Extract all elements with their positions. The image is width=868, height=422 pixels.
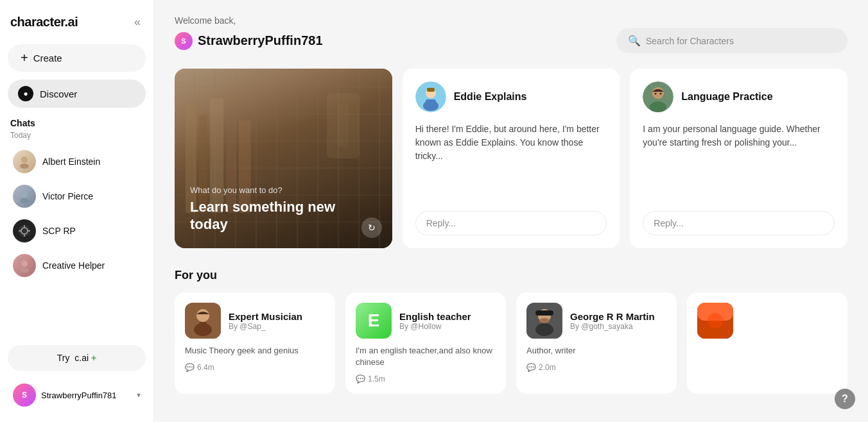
chat-name-creative-helper: Creative Helper	[42, 260, 105, 271]
chat-name-victor-pierce: Victor Pierce	[42, 191, 93, 201]
sidebar-item-creative-helper[interactable]: Creative Helper	[8, 249, 146, 282]
svg-point-38	[535, 323, 553, 336]
last-avatar-img	[697, 303, 733, 339]
sidebar-item-victor-pierce[interactable]: Victor Pierce	[8, 180, 146, 213]
svg-point-30	[660, 93, 662, 95]
ch-avatar-img	[17, 258, 31, 273]
sidebar-header: character.ai «	[8, 10, 146, 34]
card-name-musician: Expert Musician	[229, 311, 302, 322]
english-avatar-letter: E	[368, 310, 380, 331]
card-desc-musician: Music Theory geek and genius	[185, 345, 325, 357]
card-top-musician: Expert Musician By @Sap_	[185, 303, 325, 339]
greeting-avatar: S	[175, 32, 193, 50]
card-stats-english: 💬 1.5m	[356, 375, 496, 384]
refresh-button[interactable]: ↻	[361, 217, 382, 238]
card-by-english: By @Hollow	[399, 322, 471, 331]
card-expert-musician[interactable]: Expert Musician By @Sap_ Music Theory ge…	[175, 292, 335, 394]
lang-avatar-img	[643, 81, 673, 112]
svg-point-10	[21, 260, 28, 267]
einstein-avatar-img	[17, 155, 31, 169]
reply-input-lang[interactable]: Reply...	[643, 211, 835, 235]
chats-section-label: Chats	[8, 118, 146, 128]
sidebar-item-albert-einstein[interactable]: Albert Einstein	[8, 145, 146, 178]
greeting-name: StrawberryPuffin781	[198, 33, 323, 48]
avatar-expert-musician	[185, 303, 221, 339]
avatar-eddie-explains	[415, 81, 446, 112]
create-label: Create	[33, 53, 62, 63]
chat-card-language-practice[interactable]: Language Practice I am your personal lan…	[630, 69, 847, 248]
chat-name-albert-einstein: Albert Einstein	[42, 156, 100, 167]
search-placeholder: Search for Characters	[646, 36, 734, 46]
sidebar: character.ai « + Create ● Discover Chats…	[0, 0, 154, 422]
musician-avatar-img	[185, 303, 221, 339]
username-label: StrawberryPuffin781	[41, 391, 132, 400]
app-logo: character.ai	[10, 15, 78, 30]
today-label: Today	[8, 131, 146, 140]
chat-card-header-lang: Language Practice	[643, 81, 835, 112]
try-plus-button[interactable]: Try c.ai+	[8, 345, 146, 371]
discover-label: Discover	[40, 89, 77, 99]
george-avatar-img	[526, 303, 562, 339]
banner-subtitle: What do you want to do?	[190, 185, 377, 195]
banner-title: Learn something new today	[190, 199, 377, 233]
user-profile-row[interactable]: S StrawberryPuffin781 ▾	[8, 378, 146, 412]
svg-point-0	[21, 156, 28, 163]
card-top-george: George R R Martin By @goth_sayaka	[526, 303, 666, 339]
plus-icon: +	[21, 51, 28, 65]
card-last[interactable]	[687, 292, 847, 394]
svg-point-44	[707, 313, 723, 328]
sidebar-item-scp-rp[interactable]: SCP RP	[8, 214, 146, 248]
card-by-musician: By @Sap_	[229, 322, 302, 331]
avatar-language-practice	[643, 81, 673, 112]
main-content: Welcome back, S StrawberryPuffin781 🔍 Se…	[154, 0, 868, 422]
search-icon: 🔍	[628, 35, 641, 47]
featured-banner[interactable]: What do you want to do? Learn something …	[175, 69, 392, 248]
svg-point-41	[539, 318, 550, 323]
character-name-eddie: Eddie Explains	[454, 91, 527, 103]
collapse-button[interactable]: «	[132, 13, 143, 31]
card-desc-george: Author, writer	[526, 345, 666, 357]
character-name-lang: Language Practice	[681, 91, 772, 103]
svg-rect-24	[427, 88, 435, 92]
avatar-scp-rp	[13, 219, 36, 242]
victor-avatar-img	[17, 189, 31, 203]
svg-rect-35	[199, 322, 207, 333]
chat-card-eddie-explains[interactable]: Eddie Explains Hi there! I'm Eddie, but …	[403, 69, 620, 248]
avatar-english-teacher: E	[356, 303, 392, 339]
reply-input-eddie[interactable]: Reply...	[415, 211, 607, 235]
svg-rect-40	[535, 310, 553, 316]
banner-overlay: What do you want to do? Learn something …	[175, 69, 392, 248]
avatar-creative-helper	[13, 254, 36, 277]
card-info-english: English teacher By @Hollow	[399, 311, 471, 331]
chat-card-header-eddie: Eddie Explains	[415, 81, 607, 112]
card-info-musician: Expert Musician By @Sap_	[229, 311, 302, 331]
search-bar[interactable]: 🔍 Search for Characters	[616, 28, 847, 53]
chat-name-scp-rp: SCP RP	[42, 226, 76, 236]
card-name-english: English teacher	[399, 311, 471, 322]
svg-point-2	[21, 191, 28, 198]
svg-point-34	[196, 309, 209, 322]
chat-preview-eddie: Hi there! I'm Eddie, but around here, I'…	[415, 122, 607, 203]
card-info-george: George R R Martin By @goth_sayaka	[570, 311, 655, 331]
user-avatar: S	[13, 384, 36, 407]
featured-row: What do you want to do? Learn something …	[175, 69, 847, 248]
help-button[interactable]: ?	[835, 389, 855, 409]
card-desc-english: I'm an english teacher,and also know chi…	[356, 345, 496, 368]
try-plus-label: Try c.ai	[57, 353, 89, 363]
svg-point-28	[652, 87, 664, 99]
scp-avatar-img	[17, 224, 31, 238]
card-name-george: George R R Martin	[570, 311, 655, 322]
card-stats-musician: 💬 6.4m	[185, 363, 325, 372]
chat-preview-lang: I am your personal language guide. Wheth…	[643, 122, 835, 203]
card-english-teacher[interactable]: E English teacher By @Hollow I'm an engl…	[345, 292, 506, 394]
for-you-cards-row: Expert Musician By @Sap_ Music Theory ge…	[175, 292, 847, 394]
avatar-albert-einstein	[13, 150, 36, 173]
plus-highlight: +	[91, 353, 96, 363]
chat-icon-musician: 💬	[185, 363, 195, 372]
svg-point-1	[20, 164, 29, 169]
create-button[interactable]: + Create	[8, 44, 146, 72]
card-top-english: E English teacher By @Hollow	[356, 303, 496, 339]
card-george-rr-martin[interactable]: George R R Martin By @goth_sayaka Author…	[516, 292, 677, 394]
discover-button[interactable]: ● Discover	[8, 80, 146, 108]
chat-icon-george: 💬	[526, 363, 536, 372]
